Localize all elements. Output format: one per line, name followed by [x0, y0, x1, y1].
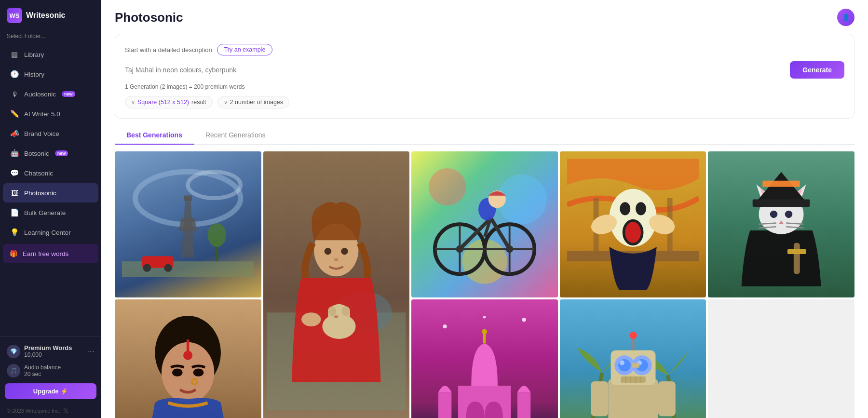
select-folder[interactable]: Select Folder... [0, 31, 101, 44]
sidebar-label-brand-voice: Brand Voice [24, 130, 59, 137]
gallery-item-2[interactable] [263, 151, 410, 418]
svg-point-69 [183, 351, 192, 360]
svg-rect-63 [762, 181, 800, 187]
upgrade-button[interactable]: Upgrade ⚡ [5, 383, 96, 399]
copyright-text: © 2023 Writesonic Inc. [7, 408, 60, 414]
premium-words-label: Premium Words [24, 344, 72, 351]
svg-point-77 [482, 329, 488, 335]
svg-rect-101 [658, 381, 675, 416]
sidebar-item-botsonic[interactable]: 🤖 Botsonic new [3, 144, 98, 163]
svg-point-71 [193, 369, 204, 377]
logo-text: Writesonic [26, 11, 66, 20]
gallery [115, 151, 854, 418]
tab-recent-generations[interactable]: Recent Generations [194, 126, 277, 145]
svg-rect-92 [632, 363, 639, 367]
tab-best-generations[interactable]: Best Generations [115, 126, 194, 145]
gallery-item-6[interactable] [115, 299, 261, 418]
gallery-item-1[interactable] [115, 151, 261, 298]
svg-point-88 [618, 359, 631, 372]
twitter-icon[interactable]: 𝕏 [63, 407, 68, 414]
gallery-item-5[interactable] [708, 151, 854, 298]
sidebar-item-library[interactable]: ▤ Library [3, 45, 98, 64]
learning-center-icon: 💡 [10, 228, 19, 237]
sidebar-item-chatsonic[interactable]: 💬 Chatsonic [3, 163, 98, 183]
main-header: Photosonic 👤 [101, 0, 868, 26]
sidebar-label-ai-writer: AI Writer 5.0 [24, 110, 60, 118]
hint-text: Start with a detailed description [125, 46, 212, 54]
svg-point-74 [522, 318, 526, 322]
size-result-label: result [191, 99, 206, 106]
svg-point-16 [334, 258, 339, 261]
audio-balance-label: Audio balance [24, 364, 61, 371]
sidebar-label-photosonic: Photosonic [24, 189, 56, 197]
svg-point-75 [483, 316, 486, 318]
audio-balance-icon: 🎵 [7, 364, 20, 378]
sidebar-item-audiosonic[interactable]: 🎙 Audiosonic new [3, 84, 98, 104]
svg-point-19 [328, 306, 336, 316]
num-images-pill[interactable]: ∨ 2 number of images [217, 96, 289, 108]
history-icon: 🕐 [10, 69, 19, 79]
main-content: Photosonic 👤 Start with a detailed descr… [101, 0, 868, 418]
generation-info: 1 Generation (2 images) = 200 premium wo… [125, 83, 844, 90]
svg-point-90 [619, 360, 624, 365]
earn-label: Earn free words [23, 250, 68, 257]
svg-rect-64 [794, 243, 800, 274]
sidebar-label-botsonic: Botsonic [24, 150, 49, 157]
gallery-item-7[interactable] [411, 299, 558, 418]
sidebar-item-history[interactable]: 🕐 History [3, 65, 98, 84]
num-images-label: 2 number of images [230, 99, 283, 106]
svg-point-43 [620, 202, 630, 215]
audiosonic-icon: 🎙 [10, 89, 19, 99]
svg-point-20 [342, 306, 350, 316]
prompt-input[interactable] [125, 64, 785, 76]
svg-rect-80 [517, 392, 530, 418]
tabs-row: Best Generations Recent Generations [115, 126, 854, 145]
gallery-item-4[interactable] [560, 151, 706, 298]
size-option-pill[interactable]: ∨ Square (512 x 512) result [125, 96, 213, 108]
try-example-button[interactable]: Try an example [217, 44, 273, 55]
svg-point-7 [143, 264, 151, 271]
brand-voice-icon: 📣 [10, 129, 19, 138]
input-hint-row: Start with a detailed description Try an… [125, 44, 844, 55]
size-chevron-icon: ∨ [131, 99, 135, 106]
audio-balance-value: 20 sec [24, 371, 61, 378]
svg-rect-65 [787, 249, 806, 254]
ai-writer-icon: ✏️ [10, 109, 19, 119]
gallery-item-8[interactable] [560, 299, 706, 418]
options-row: ∨ Square (512 x 512) result ∨ 2 number o… [125, 96, 844, 108]
library-icon: ▤ [10, 50, 19, 59]
svg-rect-79 [438, 392, 451, 418]
photosonic-icon: 🖼 [10, 188, 19, 198]
sidebar-item-bulk-generate[interactable]: 📄 Bulk Generate [3, 203, 98, 222]
sidebar-item-ai-writer[interactable]: ✏️ AI Writer 5.0 [3, 104, 98, 123]
sidebar-item-learning-center[interactable]: 💡 Learning Center [3, 223, 98, 242]
sidebar-label-chatsonic: Chatsonic [24, 170, 53, 177]
gallery-item-empty-1 [708, 299, 854, 418]
sidebar-footer: © 2023 Writesonic Inc. 𝕏 [0, 405, 101, 418]
sidebar-label-bulk-generate: Bulk Generate [24, 209, 66, 216]
input-section: Start with a detailed description Try an… [115, 34, 854, 119]
gallery-item-3[interactable] [411, 151, 558, 298]
sidebar-earn-free-words[interactable]: 🎁 Earn free words [3, 244, 98, 263]
svg-point-44 [636, 202, 646, 215]
stats-more-button[interactable]: ⋯ [87, 347, 95, 356]
sidebar: WS Writesonic Select Folder... ▤ Library… [0, 0, 101, 418]
sidebar-item-photosonic[interactable]: 🖼 Photosonic [3, 183, 98, 202]
sidebar-item-brand-voice[interactable]: 📣 Brand Voice [3, 124, 98, 143]
page-title: Photosonic [115, 10, 183, 25]
svg-point-54 [770, 211, 777, 218]
audiosonic-badge: new [62, 91, 75, 97]
user-avatar[interactable]: 👤 [837, 9, 854, 26]
svg-point-55 [785, 211, 792, 218]
svg-point-70 [172, 369, 183, 377]
audio-balance-stat: 🎵 Audio balance 20 sec [5, 361, 96, 380]
generate-button[interactable]: Generate [790, 61, 844, 79]
svg-point-22 [301, 312, 321, 326]
logo-icon: WS [7, 8, 22, 23]
premium-words-icon: 💎 [7, 345, 20, 358]
svg-point-10 [208, 223, 226, 247]
chatsonic-icon: 💬 [10, 168, 19, 178]
svg-rect-95 [621, 377, 646, 383]
sidebar-bottom: 💎 Premium Words 10,000 ⋯ 🎵 Audio balance… [0, 336, 101, 405]
sidebar-label-audiosonic: Audiosonic [24, 91, 56, 98]
